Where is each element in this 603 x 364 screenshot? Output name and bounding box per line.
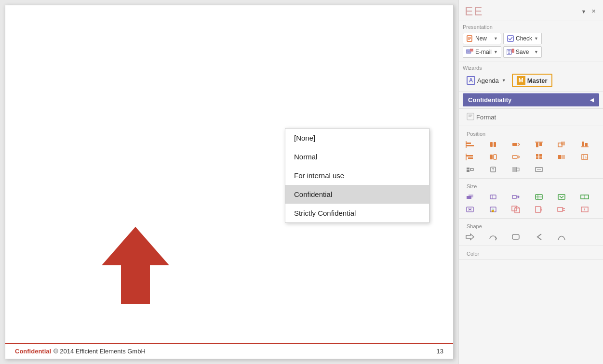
format-label: Format: [476, 114, 496, 121]
svg-rect-80: [558, 208, 563, 211]
shape-arrow-curved[interactable]: [486, 231, 500, 243]
svg-rect-61: [512, 195, 516, 198]
dropdown-item-confidential[interactable]: Confidential: [285, 185, 429, 204]
svg-rect-47: [467, 170, 469, 172]
pos-3-3[interactable]: [509, 164, 523, 175]
svg-rect-66: [558, 195, 565, 199]
color-section: Color: [459, 246, 603, 260]
agenda-icon: A: [467, 76, 475, 85]
slide-area: [None] Normal For internal use Confident…: [0, 0, 458, 364]
save-button[interactable]: Save ▼: [503, 46, 542, 58]
footer-copyright: © 2014 Efficient Elements GmbH: [54, 348, 146, 355]
new-dropdown-arrow[interactable]: ▼: [494, 36, 498, 41]
svg-rect-48: [470, 169, 473, 170]
svg-rect-37: [536, 154, 538, 159]
format-icon: [467, 113, 474, 122]
pos-2-2[interactable]: [486, 151, 500, 163]
svg-rect-18: [466, 145, 474, 146]
pos-align-bottom-icon[interactable]: [577, 139, 592, 150]
pos-3-1[interactable]: [463, 164, 477, 175]
check-dropdown-arrow[interactable]: ▼: [534, 36, 538, 41]
check-label: Check: [516, 35, 532, 42]
pos-2-5[interactable]: [554, 151, 569, 163]
pos-2-3[interactable]: [509, 151, 523, 163]
format-button[interactable]: Format: [463, 111, 599, 124]
pos-3-2[interactable]: [486, 164, 500, 175]
agenda-dropdown-arrow[interactable]: ▼: [502, 78, 506, 83]
svg-rect-24: [539, 143, 542, 146]
size-2-5[interactable]: [554, 204, 569, 215]
svg-rect-59: [490, 195, 496, 199]
master-button[interactable]: M Master: [512, 74, 552, 87]
presentation-toolbar-row: New ▼ Check ▼: [463, 33, 599, 44]
svg-text:🔒: 🔒: [491, 208, 495, 212]
pos-move-right-icon[interactable]: [509, 139, 523, 150]
svg-rect-5: [508, 36, 513, 41]
size-2-2[interactable]: 🔒: [486, 204, 500, 215]
svg-rect-29: [585, 143, 588, 146]
svg-marker-0: [102, 227, 169, 304]
minimize-button[interactable]: ▼: [580, 8, 588, 15]
dropdown-item-none[interactable]: [None]: [285, 129, 429, 147]
save-dropdown-arrow[interactable]: ▼: [534, 50, 538, 54]
shape-arrow-right[interactable]: [463, 231, 477, 243]
close-button[interactable]: ✕: [590, 8, 597, 15]
shape-rounded-rect[interactable]: [509, 231, 523, 243]
svg-rect-12: [512, 49, 514, 52]
confidentiality-button[interactable]: Confidentiality ◀: [463, 93, 599, 106]
dropdown-item-normal[interactable]: Normal: [285, 147, 429, 166]
pos-distribute-icon[interactable]: [486, 139, 500, 150]
svg-rect-41: [562, 155, 565, 159]
svg-rect-54: [517, 168, 519, 171]
svg-rect-28: [582, 142, 584, 146]
pos-clone-icon[interactable]: [554, 139, 569, 150]
format-section: Format: [459, 109, 603, 126]
size-label: Size: [463, 181, 599, 190]
email-button[interactable]: E-mail ▼: [463, 46, 501, 58]
size-1-5[interactable]: [554, 191, 569, 203]
check-icon: [507, 35, 514, 42]
position-section: Position 2x: [459, 126, 603, 179]
size-1-6[interactable]: [577, 191, 592, 203]
size-2-6[interactable]: [577, 204, 592, 215]
pos-align-top-icon[interactable]: [532, 139, 546, 150]
svg-rect-21: [494, 142, 496, 147]
svg-rect-40: [558, 155, 562, 159]
email-icon: [466, 48, 474, 56]
svg-rect-11: [508, 50, 510, 52]
svg-rect-10: [508, 52, 510, 54]
dropdown-item-internal[interactable]: For internal use: [285, 166, 429, 185]
email-dropdown-arrow[interactable]: ▼: [494, 50, 498, 54]
panel-header: EE ▼ ✕: [459, 0, 603, 21]
agenda-button[interactable]: A Agenda ▼: [463, 75, 510, 86]
shape-label: Shape: [463, 221, 599, 230]
size-2-4[interactable]: [532, 204, 546, 215]
pos-2-6[interactable]: 2x: [577, 151, 592, 163]
check-button[interactable]: Check ▼: [503, 33, 542, 44]
new-button[interactable]: New ▼: [463, 33, 501, 44]
svg-rect-35: [494, 155, 496, 159]
shape-curve[interactable]: [554, 231, 569, 243]
svg-rect-22: [512, 143, 517, 146]
svg-rect-31: [466, 155, 473, 156]
pos-2-4[interactable]: [532, 151, 546, 163]
size-1-1[interactable]: [463, 191, 477, 203]
wizards-label: Wizards: [463, 64, 599, 72]
svg-rect-34: [490, 155, 493, 159]
size-1-2[interactable]: [486, 191, 500, 203]
pos-3-4[interactable]: [532, 164, 546, 175]
size-1-3[interactable]: [509, 191, 523, 203]
dropdown-item-strictly[interactable]: Strictly Confidential: [285, 204, 429, 222]
pos-align-left-icon[interactable]: [463, 139, 477, 150]
new-label: New: [475, 35, 487, 42]
size-2-1[interactable]: [463, 204, 477, 215]
size-2-3[interactable]: [509, 204, 523, 215]
footer-page-number: 13: [437, 348, 443, 355]
svg-rect-32: [468, 157, 473, 159]
slide-arrow: [102, 227, 169, 306]
right-panel: EE ▼ ✕ Presentation New ▼ Check ▼: [458, 0, 603, 364]
shape-chevron-left[interactable]: [532, 231, 546, 243]
master-icon: M: [517, 76, 525, 85]
size-1-4[interactable]: [532, 191, 546, 203]
pos-2-1[interactable]: [463, 151, 477, 163]
